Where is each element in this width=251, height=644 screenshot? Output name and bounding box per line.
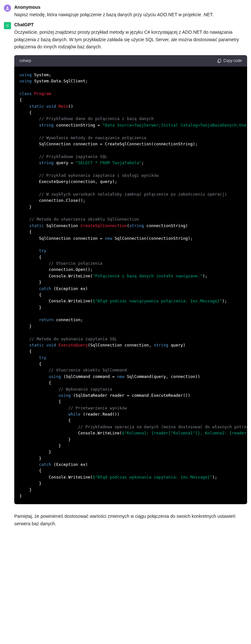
user-avatar-icon [4, 5, 11, 12]
assistant-outro: Pamiętaj, że powinieneś dostosować warto… [14, 513, 247, 527]
assistant-author: ChatGPT [14, 22, 247, 27]
code-lang-label: csharp [19, 58, 31, 64]
code-body[interactable]: using System; using System.Data.SqlClien… [14, 67, 247, 504]
assistant-avatar-icon [4, 22, 11, 29]
clipboard-icon [217, 58, 221, 63]
copy-code-button[interactable]: Copy code [217, 58, 242, 63]
svg-point-1 [7, 25, 8, 27]
assistant-message: ChatGPT Oczywiście, poniżej znajdziesz p… [0, 20, 251, 534]
svg-point-0 [7, 6, 8, 8]
svg-rect-2 [218, 59, 221, 62]
code-header: csharp Copy code [14, 55, 247, 67]
code-content: using System; using System.Data.SqlClien… [19, 72, 242, 499]
user-author: Anonymous [14, 5, 247, 10]
code-block: csharp Copy code using System; using Sys… [14, 55, 247, 504]
copy-code-label: Copy code [223, 58, 242, 63]
user-message: Anonymous Napisz metodę, która nawiązuje… [0, 3, 251, 20]
user-text: Napisz metodę, która nawiązuje połączeni… [14, 11, 247, 18]
assistant-intro: Oczywiście, poniżej znajdziesz prosty pr… [14, 29, 247, 50]
